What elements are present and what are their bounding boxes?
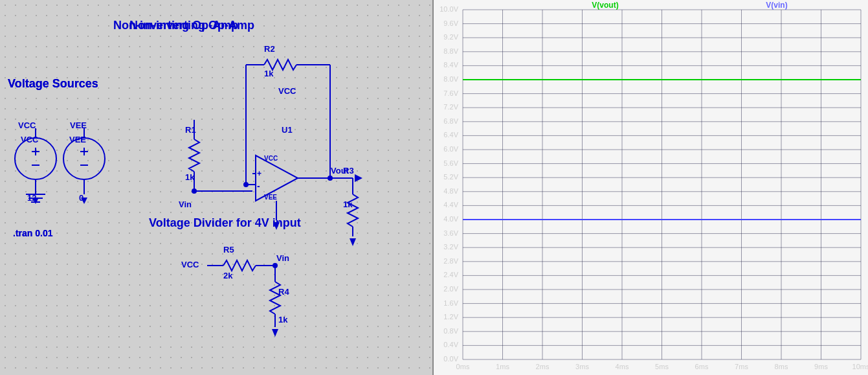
y-label-23: 0.8V [443, 327, 458, 335]
vsrc-title: Voltage Sources [8, 77, 98, 90]
y-label-14: 4.4V [443, 201, 458, 209]
x-label-2: 2ms [536, 363, 550, 370]
x-label-7: 7ms [735, 363, 748, 370]
schematic-svg: Non-inverting Op-Amp Voltage Sources VCC… [0, 0, 434, 375]
x-label-1: 1ms [496, 363, 509, 370]
svg-text:VEE: VEE [264, 194, 277, 201]
r2-label: R2 [264, 44, 275, 54]
vin-divider-label: Vin [276, 253, 289, 263]
r3-ground-arrow [350, 238, 356, 246]
vdiv-title: Voltage Divider for 4V input [149, 216, 301, 229]
schematic-panel: Non-inverting Op-Amp Voltage Sources VCC… [0, 0, 434, 375]
r1-value: 1k [185, 172, 195, 182]
r5-label: R5 [223, 245, 234, 255]
main-title: Non-inverting Op-Amp [113, 19, 238, 32]
vout-arrow [355, 174, 362, 182]
x-label-8: 8ms [775, 363, 788, 370]
svg-text:+: + [257, 169, 262, 178]
svg-text:VCC: VCC [264, 155, 278, 162]
legend-vout: V(vout) [592, 1, 618, 10]
svg-rect-37 [434, 0, 868, 375]
y-label-12: 5.2V [443, 173, 458, 181]
svg-text:-: - [257, 181, 260, 191]
vcc-opamp-label: VCC [278, 86, 296, 96]
x-label-9: 9ms [814, 363, 828, 370]
x-label-4: 4ms [616, 363, 629, 370]
x-label-10: 10ms [852, 363, 868, 370]
r4-ground-arrow [272, 329, 278, 337]
x-label-5: 5ms [655, 363, 669, 370]
r4-value: 1k [278, 315, 288, 324]
waveform-svg: 10.0V 9.6V 9.2V 8.8V 8.4V 8.0V 7.6V 7.2V… [434, 0, 868, 375]
x-label-6: 6ms [695, 363, 709, 370]
y-label-2: 9.2V [443, 33, 458, 41]
y-label-1: 9.6V [443, 19, 458, 27]
y-label-20: 2.0V [443, 285, 458, 293]
y-label-13: 4.8V [443, 187, 458, 195]
r5-value: 2k [223, 271, 233, 280]
y-label-6: 7.6V [443, 89, 458, 97]
y-label-16: 3.6V [443, 229, 458, 237]
y-label-15: 4.0V [443, 215, 458, 223]
r3-label: R3 [343, 166, 354, 176]
y-label-19: 2.4V [443, 271, 458, 278]
x-label-3: 3ms [575, 363, 589, 370]
y-label-10: 6.0V [443, 145, 458, 153]
y-label-4: 8.4V [443, 61, 458, 69]
y-label-18: 2.8V [443, 257, 458, 265]
waveform-panel: 10.0V 9.6V 9.2V 8.8V 8.4V 8.0V 7.6V 7.2V… [434, 0, 868, 375]
y-label-17: 3.2V [443, 243, 458, 251]
y-label-7: 7.2V [443, 103, 458, 111]
y-label-22: 1.2V [443, 313, 458, 321]
y-label-9: 6.4V [443, 131, 458, 139]
y-label-3: 8.8V [443, 47, 458, 55]
y-label-25: 0.0V [443, 355, 458, 363]
vcc-divider-label: VCC [181, 260, 199, 269]
tran-label: .tran 0.01 [13, 228, 53, 238]
u1-label: U1 [282, 125, 293, 135]
vcc-top-label: VCC [18, 120, 36, 130]
y-label-21: 1.6V [443, 299, 458, 307]
y-label-11: 5.6V [443, 159, 458, 167]
y-label-24: 0.4V [443, 341, 458, 348]
y-label-5: 8.0V [443, 75, 458, 83]
x-label-0: 0ms [456, 363, 470, 370]
vin-label-main: Vin [179, 199, 192, 209]
y-label-0: 10.0V [440, 5, 458, 13]
y-label-8: 6.8V [443, 117, 458, 125]
legend-vin: V(vin) [766, 1, 787, 10]
